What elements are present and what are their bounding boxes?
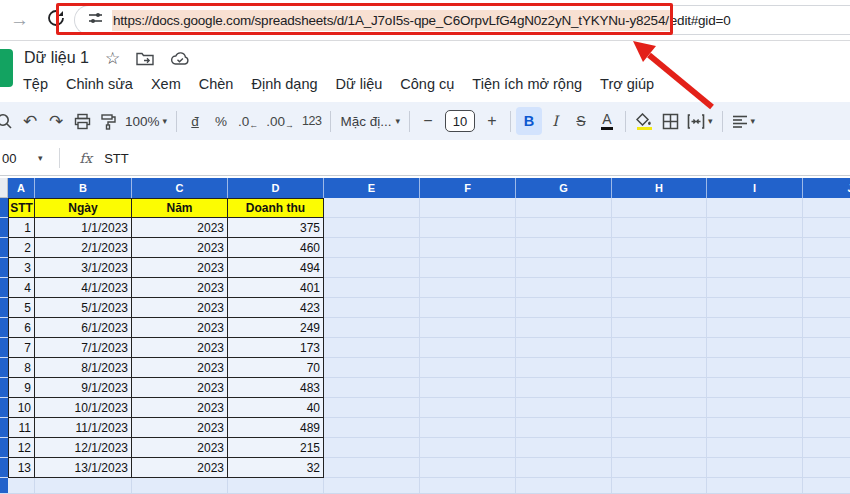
cell[interactable] bbox=[324, 318, 420, 338]
cell[interactable] bbox=[420, 258, 516, 278]
cell[interactable] bbox=[707, 258, 803, 278]
cell[interactable]: 32 bbox=[228, 458, 324, 478]
cell[interactable] bbox=[420, 238, 516, 258]
cell[interactable] bbox=[612, 438, 707, 458]
row-header[interactable] bbox=[0, 418, 8, 438]
cell[interactable] bbox=[612, 458, 707, 478]
cell[interactable]: 8 bbox=[8, 358, 35, 378]
cell[interactable] bbox=[707, 298, 803, 318]
cell[interactable] bbox=[707, 318, 803, 338]
cell[interactable] bbox=[612, 238, 707, 258]
cell[interactable] bbox=[420, 438, 516, 458]
row-header[interactable] bbox=[0, 198, 8, 218]
cell[interactable]: 401 bbox=[228, 278, 324, 298]
cell[interactable] bbox=[707, 338, 803, 358]
cell[interactable] bbox=[612, 218, 707, 238]
cell[interactable]: 11 bbox=[8, 418, 35, 438]
cell[interactable] bbox=[516, 458, 612, 478]
cell[interactable] bbox=[516, 478, 612, 494]
cell[interactable]: 11/1/2023 bbox=[35, 418, 132, 438]
cell[interactable]: 494 bbox=[228, 258, 324, 278]
cell[interactable] bbox=[420, 458, 516, 478]
cell[interactable] bbox=[803, 338, 850, 358]
cell[interactable]: 4 bbox=[8, 278, 35, 298]
cell[interactable] bbox=[420, 198, 516, 218]
formula-input[interactable]: STT bbox=[104, 151, 129, 166]
cell[interactable] bbox=[8, 478, 35, 494]
cell[interactable] bbox=[707, 238, 803, 258]
move-to-folder-icon[interactable] bbox=[136, 51, 154, 66]
cell[interactable]: 4/1/2023 bbox=[35, 278, 132, 298]
text-color-button[interactable]: A bbox=[594, 107, 620, 135]
select-all-corner[interactable] bbox=[0, 178, 8, 198]
cell[interactable] bbox=[707, 198, 803, 218]
cell[interactable]: 2023 bbox=[132, 258, 228, 278]
column-header[interactable]: E bbox=[324, 178, 420, 198]
cell[interactable] bbox=[516, 398, 612, 418]
cell[interactable] bbox=[35, 478, 132, 494]
row-header[interactable] bbox=[0, 438, 8, 458]
cell[interactable] bbox=[803, 218, 850, 238]
format-percent-button[interactable]: % bbox=[208, 107, 234, 135]
cell[interactable]: 3/1/2023 bbox=[35, 258, 132, 278]
menu-item[interactable]: Tiện ích mở rộng bbox=[463, 74, 591, 94]
cell[interactable]: 12 bbox=[8, 438, 35, 458]
cell[interactable]: 12/1/2023 bbox=[35, 438, 132, 458]
cell[interactable]: 2023 bbox=[132, 298, 228, 318]
cell[interactable]: 9 bbox=[8, 378, 35, 398]
cell[interactable] bbox=[228, 478, 324, 494]
fill-color-button[interactable] bbox=[631, 107, 657, 135]
cell[interactable]: 460 bbox=[228, 238, 324, 258]
row-header[interactable] bbox=[0, 258, 8, 278]
reload-icon[interactable] bbox=[46, 8, 66, 32]
cell[interactable] bbox=[420, 278, 516, 298]
chevron-down-icon[interactable]: ▾ bbox=[38, 153, 43, 163]
cell[interactable] bbox=[324, 258, 420, 278]
cell[interactable] bbox=[803, 438, 850, 458]
cell[interactable] bbox=[707, 478, 803, 494]
cell[interactable] bbox=[324, 358, 420, 378]
column-header[interactable]: J bbox=[803, 178, 850, 198]
cell[interactable] bbox=[803, 318, 850, 338]
increase-decimal-button[interactable]: .00→ bbox=[262, 107, 298, 135]
undo-icon[interactable]: ↶ bbox=[17, 107, 43, 135]
cell[interactable] bbox=[707, 418, 803, 438]
row-header[interactable] bbox=[0, 218, 8, 238]
cell[interactable]: 2023 bbox=[132, 218, 228, 238]
row-header[interactable] bbox=[0, 318, 8, 338]
horizontal-align-button[interactable]: ▾ bbox=[728, 107, 760, 135]
cell[interactable]: 3 bbox=[8, 258, 35, 278]
bold-button[interactable]: B bbox=[516, 107, 542, 135]
cell[interactable]: 2023 bbox=[132, 418, 228, 438]
cell[interactable]: 7 bbox=[8, 338, 35, 358]
cell[interactable] bbox=[803, 398, 850, 418]
cell[interactable]: Năm bbox=[132, 198, 228, 218]
column-header[interactable]: G bbox=[516, 178, 612, 198]
paint-format-icon[interactable] bbox=[95, 107, 121, 135]
cell[interactable]: 2023 bbox=[132, 338, 228, 358]
url-suffix[interactable]: edit#gid=0 bbox=[670, 13, 731, 28]
cell[interactable]: 2023 bbox=[132, 378, 228, 398]
menu-item[interactable]: Định dạng bbox=[242, 74, 326, 94]
cell[interactable] bbox=[420, 318, 516, 338]
row-header[interactable] bbox=[0, 358, 8, 378]
cell[interactable] bbox=[803, 278, 850, 298]
cell[interactable]: 6/1/2023 bbox=[35, 318, 132, 338]
row-header[interactable] bbox=[0, 458, 8, 478]
menu-item[interactable]: Xem bbox=[142, 74, 190, 94]
cell[interactable]: 2023 bbox=[132, 238, 228, 258]
cell[interactable] bbox=[707, 438, 803, 458]
address-bar[interactable]: https://docs.google.com/spreadsheets/d/1… bbox=[74, 5, 850, 35]
cell[interactable] bbox=[803, 458, 850, 478]
menu-item[interactable]: Dữ liệu bbox=[327, 74, 392, 94]
cell[interactable] bbox=[324, 338, 420, 358]
cell[interactable]: 9/1/2023 bbox=[35, 378, 132, 398]
cell[interactable] bbox=[803, 198, 850, 218]
cell[interactable]: 10 bbox=[8, 398, 35, 418]
zoom-menu[interactable]: 100% ▾ bbox=[121, 107, 171, 135]
cell[interactable]: 40 bbox=[228, 398, 324, 418]
cell[interactable]: 70 bbox=[228, 358, 324, 378]
cell[interactable] bbox=[324, 478, 420, 494]
cell[interactable]: 10/1/2023 bbox=[35, 398, 132, 418]
cell[interactable]: 2023 bbox=[132, 278, 228, 298]
